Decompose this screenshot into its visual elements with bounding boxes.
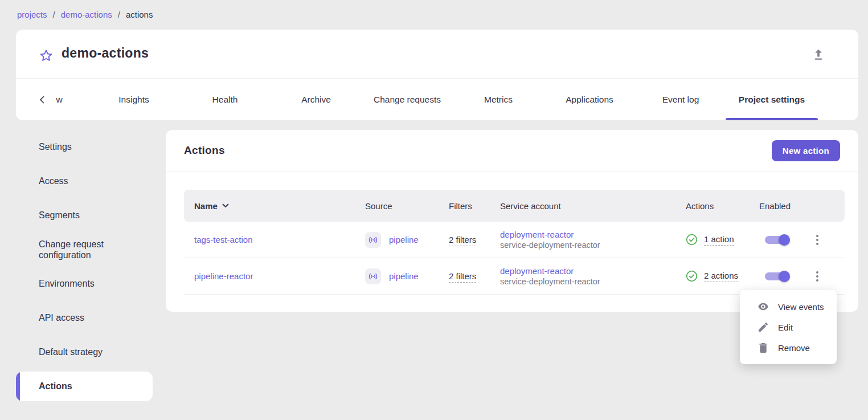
source-link[interactable]: pipeline [389, 271, 419, 281]
breadcrumb-separator: / [53, 10, 55, 19]
menu-item-label: View events [778, 302, 824, 312]
menu-item-remove[interactable]: Remove [740, 337, 837, 358]
breadcrumb-separator: / [118, 10, 120, 19]
sidebar-item-change-request-configuration[interactable]: Change request configuration [16, 233, 153, 267]
column-header-enabled: Enabled [759, 201, 845, 211]
column-header-name[interactable]: Name [184, 201, 365, 211]
tab-overview-truncated[interactable]: w [56, 79, 62, 120]
star-outline-icon[interactable] [39, 48, 54, 63]
sidebar-item-api-access[interactable]: API access [16, 301, 153, 335]
sidebar-item-segments[interactable]: Segments [16, 198, 153, 233]
table-row: pipeline-reactor pipeline 2 filters depl… [184, 258, 845, 295]
panel-divider [166, 172, 858, 172]
actions-table: Name Source Filters Service account Acti… [184, 190, 845, 295]
column-header-source: Source [365, 201, 449, 211]
sidebar-item-settings[interactable]: Settings [16, 130, 153, 164]
actions-panel-header: Actions New action [166, 130, 858, 172]
sidebar-item-default-strategy[interactable]: Default strategy [16, 335, 153, 369]
project-header: demo-actions [16, 30, 858, 78]
breadcrumb-projects[interactable]: projects [17, 10, 47, 19]
action-name-link[interactable]: tags-test-action [194, 235, 253, 244]
active-tab-indicator [726, 118, 818, 120]
action-name-link[interactable]: pipeline-reactor [194, 271, 253, 281]
column-label: Name [194, 201, 218, 211]
service-account-id: service-deployment-reactor [500, 240, 686, 250]
enabled-toggle[interactable] [764, 233, 790, 247]
sidebar-item-label: Segments [39, 210, 80, 221]
actions-count[interactable]: 2 actions [704, 271, 738, 282]
page-title: demo-actions [62, 46, 149, 61]
pencil-icon [758, 322, 768, 332]
eye-icon [758, 301, 768, 312]
menu-item-label: Edit [778, 323, 793, 332]
sidebar-item-environments[interactable]: Environments [16, 267, 153, 301]
tab-change-requests[interactable]: Change requests [374, 79, 441, 120]
new-action-button[interactable]: New action [772, 140, 840, 161]
sidebar-item-access[interactable]: Access [16, 164, 153, 198]
sidebar-item-actions[interactable]: Actions [16, 372, 153, 401]
project-header-card: demo-actions w Insights Health Archive C… [16, 30, 858, 120]
service-account-link[interactable]: deployment-reactor [500, 266, 686, 276]
filters-count[interactable]: 2 filters [449, 271, 476, 283]
sidebar-item-label: Change request configuration [39, 239, 139, 260]
column-header-filters: Filters [449, 201, 500, 211]
table-row: tags-test-action pipeline 2 filters depl… [184, 222, 845, 258]
service-account-id: service-deployment-reactor [500, 277, 686, 286]
tab-health[interactable]: Health [212, 79, 238, 120]
menu-item-edit[interactable]: Edit [740, 317, 837, 337]
actions-panel: Actions New action Name Source Filters S… [166, 130, 858, 312]
signal-icon [365, 232, 381, 248]
tab-insights[interactable]: Insights [118, 79, 149, 120]
sidebar-item-label: API access [39, 312, 84, 323]
filters-count[interactable]: 2 filters [449, 235, 476, 246]
actions-count[interactable]: 1 action [704, 234, 734, 246]
kebab-menu-icon[interactable] [810, 233, 824, 247]
tab-applications[interactable]: Applications [566, 79, 613, 120]
settings-sidebar: Settings Access Segments Change request … [16, 130, 153, 403]
upload-icon[interactable] [810, 47, 826, 63]
sidebar-item-label: Access [39, 176, 68, 186]
chevron-down-icon [222, 203, 229, 208]
project-tabs: w Insights Health Archive Change request… [16, 79, 858, 120]
breadcrumb: projects / demo-actions / actions [17, 10, 153, 19]
sidebar-item-label: Environments [39, 278, 95, 289]
tab-archive[interactable]: Archive [301, 79, 331, 120]
menu-item-label: Remove [778, 343, 810, 353]
panel-title: Actions [184, 144, 225, 157]
column-header-service-account: Service account [500, 201, 686, 211]
tab-project-settings[interactable]: Project settings [739, 79, 805, 120]
check-circle-icon [686, 234, 698, 246]
enabled-toggle[interactable] [764, 270, 790, 283]
tab-metrics[interactable]: Metrics [484, 79, 513, 120]
service-account-link[interactable]: deployment-reactor [500, 230, 686, 239]
tab-event-log[interactable]: Event log [662, 79, 699, 120]
source-link[interactable]: pipeline [389, 235, 419, 244]
breadcrumb-current: actions [126, 10, 153, 19]
sidebar-item-label: Actions [39, 381, 72, 392]
breadcrumb-demo-actions[interactable]: demo-actions [61, 10, 112, 19]
check-circle-icon [686, 270, 698, 282]
row-context-menu: View events Edit Remove [740, 290, 837, 364]
sidebar-item-label: Default strategy [39, 346, 103, 357]
chevron-left-icon[interactable] [39, 92, 51, 107]
kebab-menu-icon[interactable] [810, 270, 824, 283]
column-header-actions: Actions [686, 201, 759, 211]
signal-icon [365, 268, 381, 284]
table-header-row: Name Source Filters Service account Acti… [184, 190, 845, 222]
trash-icon [758, 342, 768, 353]
menu-item-view-events[interactable]: View events [740, 296, 837, 317]
sidebar-item-label: Settings [39, 141, 72, 152]
